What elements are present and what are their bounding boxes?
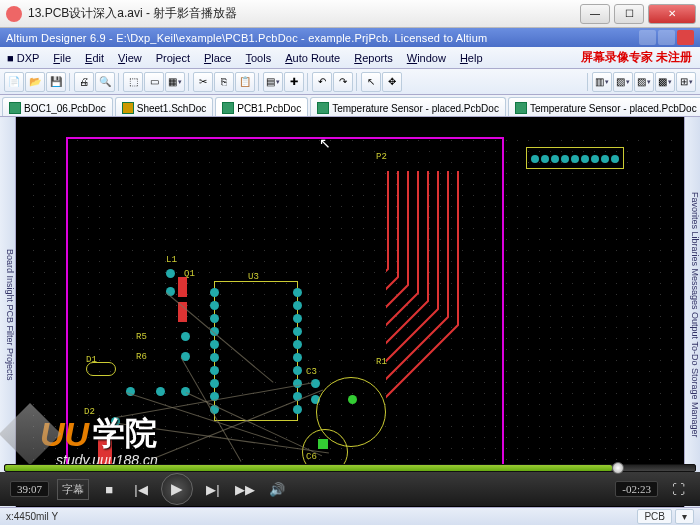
refdes-r1: R1: [376, 357, 387, 367]
tb-view3-dd[interactable]: ▨: [634, 72, 654, 92]
doc-tab-1[interactable]: Sheet1.SchDoc: [115, 97, 214, 116]
player-titlebar: 13.PCB设计深入a.avi - 射手影音播放器 — ☐ ✕: [0, 0, 700, 28]
ic-pad: [210, 379, 219, 388]
connector-pad: [581, 155, 589, 163]
menu-place[interactable]: Place: [197, 52, 239, 64]
ic-pad: [210, 314, 219, 323]
connector-pad: [591, 155, 599, 163]
tab-type-icon: [122, 102, 134, 114]
next-button[interactable]: ▶|: [201, 477, 225, 501]
tb-zoom-fit[interactable]: ▭: [144, 72, 164, 92]
altium-max-button[interactable]: [658, 30, 675, 45]
doc-tab-2[interactable]: PCB1.PcbDoc: [215, 97, 308, 116]
altium-min-button[interactable]: [639, 30, 656, 45]
ic-pad: [293, 366, 302, 375]
tb-preview[interactable]: 🔍: [95, 72, 115, 92]
tb-snap-dd[interactable]: ⊞: [676, 72, 696, 92]
ic-pad: [293, 301, 302, 310]
tb-cross[interactable]: ✚: [284, 72, 304, 92]
play-button[interactable]: ▶: [161, 473, 193, 505]
pad: [156, 387, 165, 396]
connector-pad: [541, 155, 549, 163]
menu-project[interactable]: Project: [149, 52, 197, 64]
document-tabs: BOC1_06.PcbDocSheet1.SchDocPCB1.PcbDocTe…: [0, 95, 700, 117]
player-title: 13.PCB设计深入a.avi - 射手影音播放器: [28, 5, 580, 22]
connector-pad: [551, 155, 559, 163]
tb-redo[interactable]: ↷: [333, 72, 353, 92]
tb-view4-dd[interactable]: ▩: [655, 72, 675, 92]
tb-zoom-window[interactable]: ⬚: [123, 72, 143, 92]
tb-new[interactable]: 📄: [4, 72, 24, 92]
right-panel-tabs[interactable]: Favorites Libraries Messages Output To-D…: [684, 117, 700, 507]
menu-autoroute[interactable]: Auto Route: [278, 52, 347, 64]
status-coords: x:4450mil Y: [6, 511, 58, 522]
comp-d1: [86, 362, 116, 376]
tb-cut[interactable]: ✂: [193, 72, 213, 92]
tb-layer-dd[interactable]: ▤: [263, 72, 283, 92]
player-app-icon: [6, 6, 22, 22]
step-button[interactable]: ▶▶: [233, 477, 257, 501]
ic-pad: [210, 366, 219, 375]
tb-view1-dd[interactable]: ▥: [592, 72, 612, 92]
menu-help[interactable]: Help: [453, 52, 490, 64]
menu-tools[interactable]: Tools: [239, 52, 279, 64]
menu-reports[interactable]: Reports: [347, 52, 400, 64]
doc-tab-3[interactable]: Temperature Sensor - placed.PcbDoc: [310, 97, 506, 116]
connector-pad: [611, 155, 619, 163]
menubar: ■ DXP File Edit View Project Place Tools…: [0, 47, 700, 69]
doc-tab-0[interactable]: BOC1_06.PcbDoc: [2, 97, 113, 116]
altium-title: Altium Designer 6.9 - E:\Dxp_Keil\exampl…: [6, 32, 487, 44]
tb-grid-dd[interactable]: ▦: [165, 72, 185, 92]
menu-edit[interactable]: Edit: [78, 52, 111, 64]
pad-green: [348, 395, 357, 404]
recorder-watermark: 屏幕录像专家 未注册: [581, 49, 692, 66]
tb-print[interactable]: 🖨: [74, 72, 94, 92]
video-controls: 39:07 字幕 ■ |◀ ▶ ▶| ▶▶ 🔊 -02:23 ⛶: [0, 464, 700, 508]
prev-button[interactable]: |◀: [129, 477, 153, 501]
maximize-button[interactable]: ☐: [614, 4, 644, 24]
menu-file[interactable]: File: [46, 52, 78, 64]
refdes-r6: R6: [136, 352, 147, 362]
refdes-q1: Q1: [184, 269, 195, 279]
tab-type-icon: [515, 102, 527, 114]
ic-pad: [293, 405, 302, 414]
menu-window[interactable]: Window: [400, 52, 453, 64]
doc-tab-4[interactable]: Temperature Sensor - placed.PcbDoc: [508, 97, 700, 116]
status-chip-pcb[interactable]: PCB: [637, 509, 672, 524]
ic-pad: [293, 288, 302, 297]
menu-view[interactable]: View: [111, 52, 149, 64]
subtitle-button[interactable]: 字幕: [57, 479, 89, 500]
stop-button[interactable]: ■: [97, 477, 121, 501]
close-button[interactable]: ✕: [648, 4, 696, 24]
ic-pad: [210, 301, 219, 310]
tb-open[interactable]: 📂: [25, 72, 45, 92]
connector-p2: [526, 147, 624, 169]
pcb-traces: [386, 169, 626, 449]
ic-pad: [293, 340, 302, 349]
tb-select[interactable]: ↖: [361, 72, 381, 92]
status-chip-more[interactable]: ▾: [675, 509, 694, 524]
volume-icon[interactable]: 🔊: [265, 477, 289, 501]
connector-pad: [561, 155, 569, 163]
tb-save[interactable]: 💾: [46, 72, 66, 92]
tab-type-icon: [222, 102, 234, 114]
ic-pad: [210, 340, 219, 349]
tb-view2-dd[interactable]: ▧: [613, 72, 633, 92]
ic-pad: [293, 327, 302, 336]
ic-pad: [293, 314, 302, 323]
tb-copy[interactable]: ⎘: [214, 72, 234, 92]
menu-dxp[interactable]: ■ DXP: [0, 52, 46, 64]
tb-move[interactable]: ✥: [382, 72, 402, 92]
toolbar: 📄 📂 💾 🖨 🔍 ⬚ ▭ ▦ ✂ ⎘ 📋 ▤ ✚ ↶ ↷ ↖ ✥ ▥ ▧ ▨ …: [0, 69, 700, 95]
ic-pad: [293, 353, 302, 362]
tb-undo[interactable]: ↶: [312, 72, 332, 92]
refdes-u3: U3: [248, 272, 259, 282]
progress-bar[interactable]: [4, 464, 696, 472]
time-current: 39:07: [10, 481, 49, 497]
fullscreen-button[interactable]: ⛶: [666, 477, 690, 501]
altium-close-button[interactable]: [677, 30, 694, 45]
minimize-button[interactable]: —: [580, 4, 610, 24]
tb-paste[interactable]: 📋: [235, 72, 255, 92]
watermark-cube-icon: [0, 403, 61, 465]
origin-marker: [318, 439, 328, 449]
